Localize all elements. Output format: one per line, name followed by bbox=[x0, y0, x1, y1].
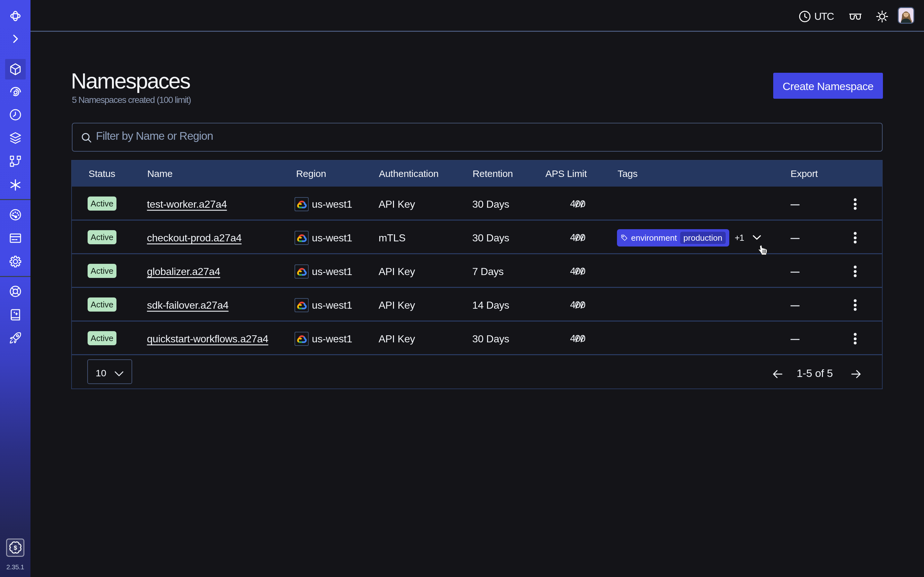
svg-text:$: $ bbox=[13, 544, 17, 551]
